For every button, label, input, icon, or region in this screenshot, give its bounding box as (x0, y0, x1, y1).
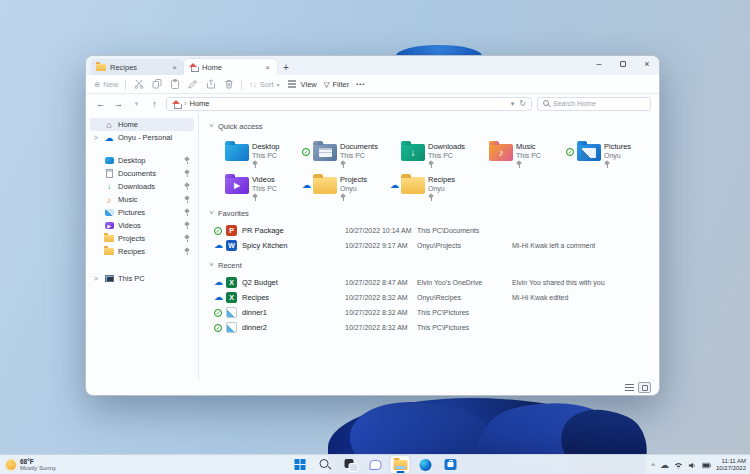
close-tab-icon[interactable]: × (170, 63, 179, 72)
section-quick-access[interactable]: > Quick access (208, 120, 651, 132)
onedrive-cloud-icon: ☁ (104, 133, 114, 143)
filter-button[interactable]: ▽ Filter (324, 80, 349, 89)
section-favorites[interactable]: > Favorites (208, 207, 651, 219)
quick-access-item-videos[interactable]: ▶ Videos This PC (214, 168, 302, 201)
store-icon (444, 459, 456, 470)
word-icon: W (226, 240, 237, 251)
sidebar-item-home[interactable]: ⌂ Home (90, 118, 194, 131)
command-toolbar: ⊕ New ↑↓ S (86, 75, 659, 94)
plus-circle-icon: ⊕ (94, 80, 100, 89)
quick-access-item-downloads[interactable]: ↓ Downloads This PC (390, 135, 478, 168)
section-recent[interactable]: > Recent (208, 259, 651, 271)
delete-icon[interactable] (223, 79, 234, 90)
close-button[interactable]: × (635, 56, 659, 71)
music-icon: ♪ (104, 195, 114, 205)
projects-folder-icon (313, 177, 337, 194)
rename-icon[interactable] (187, 79, 198, 90)
pictures-folder-icon (577, 144, 601, 161)
sidebar-item-documents[interactable]: Documents (90, 167, 194, 180)
pin-icon (184, 196, 190, 203)
tab-label: Home (202, 63, 259, 72)
minimize-button[interactable]: – (587, 56, 611, 71)
widgets-button[interactable]: 68°F Mostly Sunny (6, 455, 56, 474)
file-row-q2-budget[interactable]: ☁ X Q2 Budget 10/27/2022 8:47 AM Elvin Y… (214, 275, 651, 290)
details-view-icon[interactable] (625, 384, 634, 391)
quick-access-item-music[interactable]: ♪ Music This PC (478, 135, 566, 168)
volume-icon[interactable] (688, 461, 697, 470)
taskbar-search-button[interactable] (316, 456, 335, 473)
quick-access-item-projects[interactable]: ☁ Projects Onyu (302, 168, 390, 201)
onedrive-cloud-icon[interactable]: ☁ (660, 460, 669, 470)
sidebar-item-onedrive[interactable]: > ☁ Onyu - Personal (90, 131, 194, 144)
tab-home[interactable]: Home × (184, 59, 277, 75)
store-button[interactable] (441, 456, 460, 473)
sidebar-item-projects[interactable]: Projects (90, 232, 194, 245)
up-button[interactable]: ↑ (148, 99, 161, 109)
chevron-right-icon[interactable]: > (94, 275, 100, 282)
chat-button[interactable] (366, 456, 385, 473)
sun-icon (6, 460, 16, 470)
sidebar-item-downloads[interactable]: ↓ Downloads (90, 180, 194, 193)
forward-button[interactable]: → (112, 99, 125, 109)
search-input[interactable] (553, 100, 645, 107)
start-button[interactable] (291, 456, 310, 473)
copy-icon[interactable] (151, 79, 162, 90)
navigation-pane: ⌂ Home > ☁ Onyu - Personal Desktop (86, 113, 198, 380)
desktop-icon (104, 156, 114, 166)
refresh-icon[interactable]: ↻ (519, 99, 526, 108)
file-row-pr-package[interactable]: ✓ P PR Package 10/27/2022 10:14 AM This … (214, 223, 651, 238)
sidebar-item-pictures[interactable]: Pictures (90, 206, 194, 219)
file-row-dinner2[interactable]: ✓ dinner2 10/27/2022 8:32 AM This PC\Pic… (214, 320, 651, 335)
quick-access-item-documents[interactable]: ✓ Documents This PC (302, 135, 390, 168)
quick-access-item-recipes[interactable]: ☁ Recipes Onyu (390, 168, 478, 201)
pin-icon (184, 170, 190, 177)
close-tab-icon[interactable]: × (263, 63, 272, 72)
thumbnail-view-icon[interactable] (638, 382, 651, 393)
search-icon (320, 459, 331, 470)
cut-icon[interactable] (133, 79, 144, 90)
tab-recipes[interactable]: Recipes × (91, 59, 184, 75)
sync-status-icon: ✓ (214, 227, 222, 235)
maximize-button[interactable] (611, 56, 635, 71)
hidden-icons-chevron[interactable]: ^ (651, 461, 655, 470)
file-row-spicy-kitchen[interactable]: ☁ W Spicy Kitchen 10/27/2022 9:17 AM Ony… (214, 238, 651, 253)
sidebar-item-this-pc[interactable]: > This PC (90, 272, 194, 285)
sort-button[interactable]: ↑↓ Sort ▾ (249, 80, 279, 89)
sidebar-item-desktop[interactable]: Desktop (90, 154, 194, 167)
battery-icon[interactable] (702, 461, 711, 470)
share-icon[interactable] (205, 79, 216, 90)
breadcrumb-separator: › (184, 99, 187, 108)
chevron-down-icon[interactable]: > (208, 262, 215, 268)
chevron-down-icon[interactable]: > (208, 210, 215, 216)
recent-locations-icon[interactable]: ▾ (130, 100, 143, 108)
quick-access-item-pictures[interactable]: ✓ Pictures Onyu (566, 135, 654, 168)
edge-button[interactable] (416, 456, 435, 473)
sidebar-item-music[interactable]: ♪ Music (90, 193, 194, 206)
paste-icon[interactable] (169, 79, 180, 90)
recipes-folder-icon (401, 177, 425, 194)
desktop-folder-icon (225, 144, 249, 161)
sidebar-item-recipes[interactable]: Recipes (90, 245, 194, 258)
search-box[interactable] (537, 97, 651, 111)
view-button[interactable]: View (287, 79, 317, 90)
back-button[interactable]: ← (94, 99, 107, 109)
cloud-status-icon: ☁ (390, 180, 399, 189)
task-view-button[interactable] (341, 456, 360, 473)
sidebar-item-videos[interactable]: ▶ Videos (90, 219, 194, 232)
more-options-button[interactable]: ••• (356, 81, 365, 87)
chevron-down-icon[interactable]: ▾ (511, 100, 515, 108)
filter-icon: ▽ (324, 80, 330, 89)
pin-icon (184, 248, 190, 255)
new-tab-button[interactable]: + (283, 62, 289, 73)
clock[interactable]: 11:11 AM 10/27/2022 (716, 458, 746, 473)
new-button[interactable]: ⊕ New (94, 80, 118, 89)
file-explorer-button[interactable] (391, 456, 410, 473)
quick-access-item-desktop[interactable]: Desktop This PC (214, 135, 302, 168)
chevron-down-icon[interactable]: > (208, 123, 215, 129)
file-row-dinner1[interactable]: ✓ dinner1 10/27/2022 8:32 AM This PC\Pic… (214, 305, 651, 320)
file-row-recipes[interactable]: ☁ X Recipes 10/27/2022 8:32 AM Onyu\Reci… (214, 290, 651, 305)
address-field[interactable]: › Home ▾ ↻ (166, 97, 532, 111)
task-view-icon (344, 459, 356, 470)
chevron-right-icon[interactable]: > (94, 134, 100, 141)
wifi-icon[interactable] (674, 461, 683, 470)
